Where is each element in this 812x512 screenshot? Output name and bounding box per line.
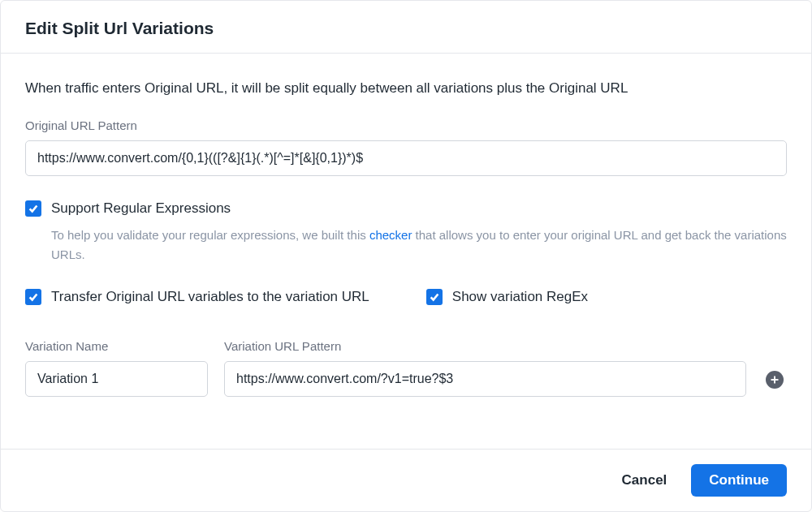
regex-helper-text: To help you validate your regular expres… bbox=[51, 226, 787, 265]
plus-icon bbox=[770, 375, 780, 385]
variation-name-input[interactable] bbox=[25, 361, 208, 397]
helper-prefix: To help you validate your regular expres… bbox=[51, 228, 369, 242]
transfer-checkbox[interactable] bbox=[25, 289, 41, 305]
secondary-checkboxes: Transfer Original URL variables to the v… bbox=[25, 287, 787, 307]
variation-url-column: Variation URL Pattern bbox=[224, 339, 746, 397]
original-url-label: Original URL Pattern bbox=[25, 118, 787, 132]
add-column bbox=[762, 371, 787, 397]
original-url-section: Original URL Pattern bbox=[25, 118, 787, 176]
variation-url-input[interactable] bbox=[224, 361, 746, 397]
description-text: When traffic enters Original URL, it wil… bbox=[25, 78, 787, 99]
add-variation-button[interactable] bbox=[766, 371, 784, 389]
variation-url-label: Variation URL Pattern bbox=[224, 339, 746, 353]
show-regex-checkbox[interactable] bbox=[426, 289, 443, 305]
dialog-footer: Cancel Continue bbox=[1, 449, 811, 511]
dialog-header: Edit Split Url Variations bbox=[1, 1, 811, 54]
variation-name-label: Variation Name bbox=[25, 339, 208, 353]
continue-button[interactable]: Continue bbox=[691, 464, 787, 497]
show-regex-checkbox-label: Show variation RegEx bbox=[452, 287, 588, 307]
transfer-checkbox-row: Transfer Original URL variables to the v… bbox=[25, 287, 369, 307]
dialog-title: Edit Split Url Variations bbox=[25, 19, 787, 38]
regex-checkbox[interactable] bbox=[25, 200, 41, 217]
dialog-content: When traffic enters Original URL, it wil… bbox=[1, 54, 811, 449]
original-url-input[interactable] bbox=[25, 140, 787, 176]
cancel-button[interactable]: Cancel bbox=[614, 466, 676, 495]
variation-row: Variation Name Variation URL Pattern bbox=[25, 339, 787, 397]
checker-link[interactable]: checker bbox=[369, 228, 412, 242]
check-icon bbox=[429, 291, 440, 303]
variation-name-column: Variation Name bbox=[25, 339, 208, 397]
transfer-checkbox-label: Transfer Original URL variables to the v… bbox=[51, 287, 369, 307]
check-icon bbox=[28, 203, 39, 214]
regex-checkbox-label: Support Regular Expressions bbox=[51, 199, 231, 218]
show-regex-checkbox-row: Show variation RegEx bbox=[426, 287, 588, 307]
regex-checkbox-row: Support Regular Expressions bbox=[25, 199, 787, 218]
check-icon bbox=[28, 291, 39, 303]
